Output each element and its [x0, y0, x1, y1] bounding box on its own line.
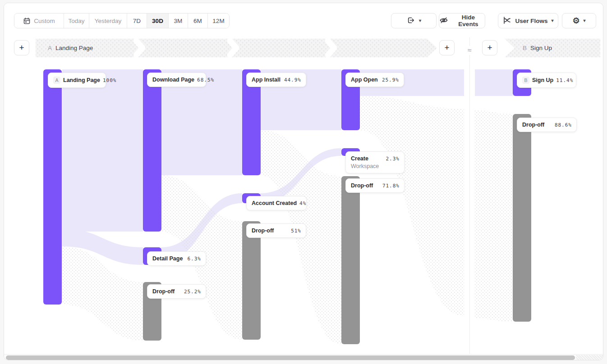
- date-range-12m[interactable]: 12M: [208, 14, 229, 28]
- flow-node-bar-landing[interactable]: [43, 69, 62, 305]
- flow-node-bar-dropoff5[interactable]: [513, 114, 531, 322]
- flow-node-card-dropoff2[interactable]: Drop-off25.2%: [147, 284, 206, 299]
- date-range-label: 7D: [133, 18, 141, 24]
- export-button[interactable]: ▾: [391, 13, 437, 28]
- node-title: Drop-off: [522, 122, 544, 128]
- add-step-button-section-a[interactable]: +: [439, 40, 455, 55]
- settings-caret-icon: ▾: [584, 18, 586, 23]
- date-range-custom[interactable]: Custom: [14, 14, 64, 28]
- node-badge: A: [53, 77, 60, 84]
- node-percentage: 44.9%: [284, 77, 301, 83]
- node-percentage: 11.4%: [556, 77, 573, 83]
- scrollbar-thumb[interactable]: [6, 355, 575, 360]
- date-range-label: 30D: [152, 18, 163, 24]
- flow-link-appopen-signup: [475, 69, 513, 96]
- node-percentage: 25.2%: [184, 289, 201, 295]
- section-b-badge: B: [523, 45, 527, 51]
- add-step-button-section-b[interactable]: +: [482, 40, 497, 55]
- flow-node-card-appinstall[interactable]: App Install44.9%: [246, 73, 306, 87]
- calendar-icon: [23, 17, 31, 25]
- node-title: App Install: [252, 77, 281, 83]
- section-a-label: Landing Page: [55, 45, 93, 51]
- section-b-label: Sign Up: [530, 45, 552, 51]
- user-flows-caret-icon: ▾: [552, 18, 554, 23]
- date-range-7d[interactable]: 7D: [127, 14, 147, 28]
- node-percentage: 68.5%: [197, 77, 214, 83]
- flow-node-card-download[interactable]: Download Page68.5%: [147, 73, 206, 87]
- step-chevron-separator: [227, 39, 239, 57]
- export-icon: [406, 16, 415, 26]
- node-title: Create: [351, 155, 368, 162]
- flow-link-landing-download: [62, 69, 143, 232]
- node-title: Drop-off: [152, 288, 175, 295]
- hide-events-button[interactable]: Hide Events: [439, 13, 485, 28]
- node-title: Sign Up: [532, 77, 553, 83]
- flow-node-card-detail[interactable]: Detail Page6.3%: [147, 251, 206, 266]
- node-percentage: 51%: [291, 228, 301, 234]
- eye-off-icon: [439, 16, 448, 26]
- flow-node-card-dropoff5[interactable]: Drop-off88.6%: [517, 118, 577, 132]
- flow-node-card-account[interactable]: Account Created4%: [246, 196, 307, 210]
- node-title: Drop-off: [252, 228, 274, 234]
- step-chevron-separator: [133, 39, 145, 57]
- date-range-yesterday[interactable]: Yesterday: [89, 14, 127, 28]
- date-range-today[interactable]: Today: [64, 14, 89, 28]
- flow-node-card-dropoff4[interactable]: Drop-off71.8%: [345, 178, 405, 193]
- gear-icon: ⚙: [572, 17, 579, 25]
- date-range-3m[interactable]: 3M: [169, 14, 188, 28]
- flow-node-card-appopen[interactable]: App Open25.9%: [345, 73, 404, 87]
- node-percentage: 88.6%: [555, 122, 572, 128]
- date-range-6m[interactable]: 6M: [188, 14, 208, 28]
- section-a-badge: A: [48, 45, 52, 51]
- horizontal-scrollbar[interactable]: [4, 354, 603, 360]
- node-title: Download Page: [152, 77, 194, 83]
- step-chevron-separator: [325, 39, 337, 57]
- date-range-group: CustomTodayYesterday7D30D3M6M12M: [14, 13, 230, 28]
- flow-node-card-createws[interactable]: Create2.3%Workspace: [345, 151, 405, 173]
- node-title: App Open: [351, 77, 378, 83]
- node-badge: B: [522, 77, 529, 84]
- flow-link-appopen-dropoff5: [475, 110, 513, 322]
- node-percentage: 71.8%: [382, 183, 400, 189]
- date-range-label: Yesterday: [95, 18, 122, 24]
- flow-link-appopen-dropoff5: [359, 96, 464, 316]
- add-step-button-left[interactable]: +: [14, 40, 29, 55]
- node-title: Detail Page: [152, 255, 183, 262]
- flow-node-bar-dropoff3[interactable]: [242, 221, 261, 340]
- section-link-symbol: ≈: [466, 46, 474, 55]
- export-caret-icon: ▾: [419, 18, 421, 23]
- date-range-label: Custom: [34, 18, 55, 24]
- node-percentage: 4%: [299, 200, 306, 206]
- node-title: Account Created: [252, 200, 297, 206]
- scrollbar-corner: [576, 355, 603, 360]
- flow-node-card-dropoff3[interactable]: Drop-off51%: [246, 223, 306, 238]
- app-window: CustomTodayYesterday7D30D3M6M12M ▾ Hide …: [4, 3, 603, 360]
- step-path-section-a[interactable]: A Landing Page: [36, 39, 437, 57]
- node-percentage: 6.3%: [188, 256, 202, 262]
- flow-node-bar-download[interactable]: [143, 69, 161, 232]
- node-percentage: 25.9%: [382, 77, 399, 83]
- flow-node-bar-dropoff4[interactable]: [341, 176, 360, 344]
- node-subtitle: Workspace: [351, 163, 400, 169]
- settings-button[interactable]: ⚙ ▾: [562, 13, 596, 28]
- date-range-30d[interactable]: 30D: [147, 14, 169, 28]
- node-percentage: 2.3%: [386, 156, 400, 162]
- date-range-label: 6M: [193, 18, 202, 24]
- flow-node-card-signup[interactable]: BSign Up11.4%: [517, 73, 576, 88]
- toolbar: CustomTodayYesterday7D30D3M6M12M ▾ Hide …: [4, 3, 603, 36]
- node-title: Landing Page: [63, 77, 100, 83]
- hide-events-label: Hide Events: [452, 14, 485, 27]
- step-path-section-b[interactable]: B Sign Up: [505, 39, 600, 57]
- flows-chart-icon: [502, 16, 511, 26]
- node-percentage: 100%: [103, 77, 117, 83]
- date-range-label: 12M: [212, 18, 224, 24]
- flow-node-card-landing[interactable]: ALanding Page100%: [48, 73, 106, 88]
- user-flows-label: User Flows: [515, 18, 547, 24]
- date-range-label: 3M: [174, 18, 183, 24]
- node-title: Drop-off: [351, 182, 373, 189]
- date-range-label: Today: [68, 18, 84, 24]
- user-flows-selector-button[interactable]: User Flows ▾: [498, 13, 558, 28]
